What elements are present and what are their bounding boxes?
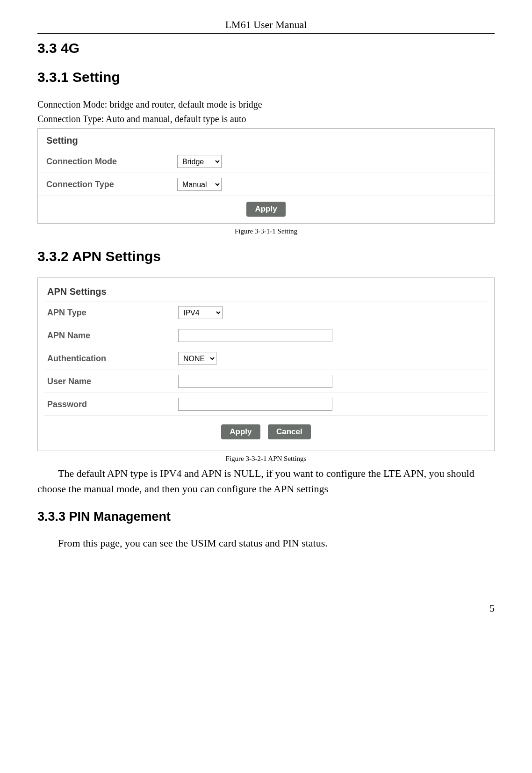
- user-name-input[interactable]: [178, 375, 332, 388]
- apn-button-row: Apply Cancel: [44, 416, 488, 439]
- apn-type-select[interactable]: IPV4: [178, 306, 223, 319]
- section-3-3-title: 3.3 4G: [37, 40, 495, 56]
- pin-description: From this page, you can see the USIM car…: [37, 535, 495, 551]
- setting-panel-title: Setting: [38, 129, 494, 150]
- apn-description: The default APN type is IPV4 and APN is …: [37, 466, 495, 496]
- apn-type-label: APN Type: [47, 308, 178, 318]
- setting-panel: Setting Connection Mode Bridge Connectio…: [37, 128, 495, 224]
- section-3-3-3-title: 3.3.3 PIN Management: [37, 510, 495, 524]
- page-header: LM61 User Manual: [37, 19, 495, 34]
- user-name-row: User Name: [44, 370, 488, 393]
- apn-apply-button[interactable]: Apply: [221, 424, 260, 439]
- setting-apply-button[interactable]: Apply: [246, 202, 285, 217]
- apn-cancel-button[interactable]: Cancel: [268, 424, 311, 439]
- apn-name-input[interactable]: [178, 329, 332, 342]
- section-3-3-1-title: 3.3.1 Setting: [37, 69, 495, 85]
- user-name-label: User Name: [47, 377, 178, 386]
- authentication-row: Authentication NONE: [44, 347, 488, 370]
- connection-type-row: Connection Type Manual: [38, 173, 494, 196]
- setting-desc-1: Connection Mode: bridge and router, defa…: [37, 98, 495, 111]
- authentication-select[interactable]: NONE: [178, 352, 216, 365]
- figure-3-3-2-1-caption: Figure 3-3-2-1 APN Settings: [37, 455, 495, 463]
- setting-desc-2: Connection Type: Auto and manual, defaul…: [37, 113, 495, 125]
- password-row: Password: [44, 393, 488, 416]
- connection-mode-row: Connection Mode Bridge: [38, 150, 494, 173]
- figure-3-3-1-1-caption: Figure 3-3-1-1 Setting: [37, 227, 495, 235]
- apn-panel-title: APN Settings: [44, 286, 488, 301]
- apn-panel: APN Settings APN Type IPV4 APN Name Auth…: [37, 277, 495, 451]
- apn-type-row: APN Type IPV4: [44, 301, 488, 324]
- authentication-label: Authentication: [47, 354, 178, 364]
- page-number: 5: [37, 602, 495, 614]
- password-label: Password: [47, 400, 178, 409]
- apn-name-row: APN Name: [44, 324, 488, 347]
- connection-mode-label: Connection Mode: [46, 157, 177, 167]
- apn-name-label: APN Name: [47, 331, 178, 341]
- connection-type-select[interactable]: Manual: [177, 178, 222, 191]
- connection-mode-select[interactable]: Bridge: [177, 155, 222, 168]
- setting-button-row: Apply: [38, 196, 494, 223]
- connection-type-label: Connection Type: [46, 180, 177, 190]
- section-3-3-2-title: 3.3.2 APN Settings: [37, 248, 495, 264]
- password-input[interactable]: [178, 398, 332, 411]
